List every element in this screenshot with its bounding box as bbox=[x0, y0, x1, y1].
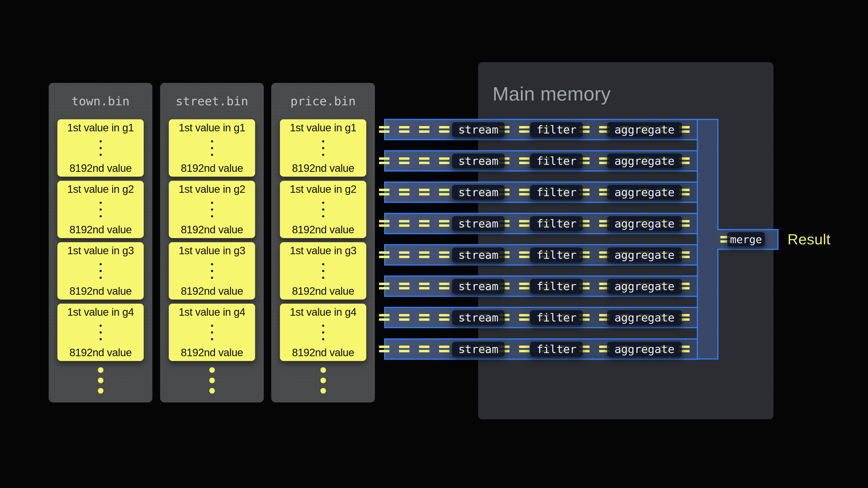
value-group-block: 1st value in g18192nd value bbox=[169, 119, 255, 177]
ellipsis-dot bbox=[320, 367, 326, 373]
group-first-value-label: 1st value in g4 bbox=[179, 306, 245, 318]
ellipsis-dot bbox=[209, 367, 215, 373]
ellipsis-dot bbox=[211, 215, 213, 217]
file-column-header: price.bin bbox=[271, 95, 375, 107]
group-last-value-label: 8192nd value bbox=[181, 347, 243, 359]
value-group-block: 1st value in g38192nd value bbox=[57, 242, 144, 299]
file-column-header: town.bin bbox=[49, 95, 152, 107]
group-last-value-label: 8192nd value bbox=[292, 347, 354, 359]
group-first-value-label: 1st value in g2 bbox=[67, 183, 134, 195]
ellipsis-dot bbox=[322, 276, 324, 279]
main-memory-title: Main memory bbox=[493, 83, 611, 105]
ellipsis-dot bbox=[100, 331, 102, 333]
value-group-block: 1st value in g28192nd value bbox=[169, 181, 255, 238]
pipeline-row: streamfilteraggregate bbox=[384, 275, 698, 297]
value-group-block: 1st value in g28192nd value bbox=[280, 181, 366, 238]
group-first-value-label: 1st value in g4 bbox=[67, 306, 134, 318]
value-group-block: 1st value in g48192nd value bbox=[280, 304, 366, 361]
group-last-value-label: 8192nd value bbox=[69, 162, 132, 174]
pipeline-row: streamfilteraggregate bbox=[384, 338, 698, 360]
ellipsis-dot bbox=[100, 202, 102, 204]
filter-node: filter bbox=[530, 279, 583, 294]
aggregate-node: aggregate bbox=[607, 310, 682, 325]
stream-node: stream bbox=[452, 154, 505, 168]
group-last-value-label: 8192nd value bbox=[69, 224, 132, 236]
ellipsis-dot bbox=[100, 338, 102, 340]
more-groups-ellipsis-icon bbox=[49, 367, 152, 394]
vertical-ellipsis-icon bbox=[211, 202, 213, 217]
group-last-value-label: 8192nd value bbox=[69, 285, 132, 297]
diagram-canvas: town.bin1st value in g18192nd value1st v… bbox=[0, 0, 868, 488]
filter-node: filter bbox=[530, 342, 583, 357]
stream-node: stream bbox=[452, 310, 505, 325]
group-last-value-label: 8192nd value bbox=[292, 285, 354, 297]
vertical-ellipsis-icon bbox=[211, 263, 213, 279]
ellipsis-dot bbox=[322, 338, 324, 340]
ellipsis-dot bbox=[322, 208, 324, 210]
ellipsis-dot bbox=[322, 263, 324, 265]
filter-node: filter bbox=[530, 154, 583, 168]
pipeline-gap bbox=[478, 203, 697, 213]
vertical-ellipsis-icon bbox=[100, 263, 102, 279]
value-group-block: 1st value in g18192nd value bbox=[280, 119, 366, 177]
ellipsis-dot bbox=[211, 140, 213, 142]
stream-node: stream bbox=[452, 122, 505, 137]
value-group-block: 1st value in g38192nd value bbox=[280, 242, 366, 299]
ellipsis-dot bbox=[322, 215, 324, 217]
ellipsis-dot bbox=[100, 140, 102, 142]
filter-node: filter bbox=[530, 185, 583, 200]
group-last-value-label: 8192nd value bbox=[69, 347, 132, 359]
more-groups-ellipsis-icon bbox=[271, 367, 375, 394]
value-group-block: 1st value in g48192nd value bbox=[57, 304, 144, 361]
value-group-block: 1st value in g48192nd value bbox=[169, 304, 255, 361]
group-last-value-label: 8192nd value bbox=[181, 162, 243, 174]
ellipsis-dot bbox=[98, 378, 103, 383]
group-last-value-label: 8192nd value bbox=[292, 224, 354, 236]
more-groups-ellipsis-icon bbox=[160, 367, 264, 394]
ellipsis-dot bbox=[209, 378, 215, 383]
ellipsis-dot bbox=[211, 276, 213, 279]
aggregate-node: aggregate bbox=[607, 216, 682, 231]
aggregate-node: aggregate bbox=[607, 154, 682, 168]
filter-node: filter bbox=[530, 248, 583, 262]
value-group-block: 1st value in g18192nd value bbox=[57, 119, 144, 177]
ellipsis-dot bbox=[320, 388, 326, 394]
group-first-value-label: 1st value in g2 bbox=[179, 183, 245, 195]
stream-node: stream bbox=[452, 248, 505, 262]
pipeline-row: streamfilteraggregate bbox=[384, 119, 698, 140]
ellipsis-dot bbox=[322, 147, 324, 149]
vertical-ellipsis-icon bbox=[322, 325, 324, 340]
ellipsis-dot bbox=[98, 367, 103, 373]
filter-node: filter bbox=[530, 216, 583, 231]
aggregate-node: aggregate bbox=[607, 185, 682, 200]
ellipsis-dot bbox=[100, 263, 102, 265]
ellipsis-dot bbox=[211, 331, 213, 333]
ellipsis-dot bbox=[322, 270, 324, 272]
ellipsis-dot bbox=[211, 202, 213, 204]
pipeline-row: streamfilteraggregate bbox=[384, 307, 698, 328]
group-first-value-label: 1st value in g4 bbox=[290, 306, 356, 318]
ellipsis-dot bbox=[322, 331, 324, 333]
aggregate-node: aggregate bbox=[607, 122, 682, 137]
group-last-value-label: 8192nd value bbox=[181, 224, 243, 236]
value-group-block: 1st value in g38192nd value bbox=[169, 242, 255, 299]
ellipsis-dot bbox=[211, 270, 213, 272]
group-last-value-label: 8192nd value bbox=[181, 285, 243, 297]
ellipsis-dot bbox=[100, 276, 102, 279]
stream-node: stream bbox=[452, 279, 505, 294]
file-column-header: street.bin bbox=[160, 95, 264, 107]
pipeline-row: streamfilteraggregate bbox=[384, 182, 698, 203]
pipeline-gap bbox=[478, 328, 697, 338]
group-first-value-label: 1st value in g3 bbox=[290, 245, 356, 257]
pipeline-gap bbox=[478, 140, 697, 150]
pipeline-gap bbox=[478, 234, 697, 244]
file-column: town.bin1st value in g18192nd value1st v… bbox=[49, 83, 152, 402]
pipeline-gap bbox=[478, 297, 697, 307]
ellipsis-dot bbox=[211, 208, 213, 210]
merge-node: merge bbox=[727, 232, 765, 247]
vertical-ellipsis-icon bbox=[211, 140, 213, 156]
ellipsis-dot bbox=[98, 388, 103, 394]
vertical-ellipsis-icon bbox=[211, 325, 213, 340]
group-first-value-label: 1st value in g3 bbox=[67, 245, 134, 257]
filter-node: filter bbox=[530, 122, 583, 137]
